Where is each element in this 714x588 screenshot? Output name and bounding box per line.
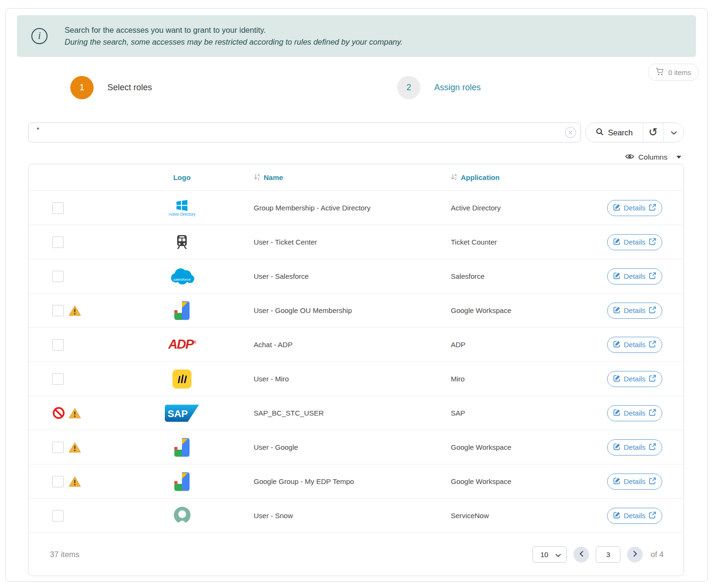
row-checkbox[interactable] (52, 305, 64, 316)
search-input[interactable] (28, 123, 581, 142)
table-header-row: Logo AZ Name AZ Application (29, 164, 684, 190)
external-link-icon (649, 341, 656, 349)
miro-logo (172, 370, 191, 389)
application-name: Google Workspace (451, 477, 607, 485)
table-row: User - Ticket Center Ticket Counter Deta… (29, 225, 684, 259)
step-2-circle: 2 (397, 76, 420, 99)
reset-icon: ↺ (648, 127, 657, 138)
cart-icon (656, 67, 665, 77)
table-row: User - Google OU Membership Google Works… (29, 293, 684, 327)
search-options-button[interactable] (663, 123, 684, 142)
prev-page-button[interactable] (573, 547, 589, 562)
table-footer: 37 items 10 of 4 (29, 532, 684, 576)
row-checkbox[interactable] (52, 202, 64, 214)
external-link-icon (649, 204, 656, 212)
forbidden-icon (52, 407, 65, 419)
external-link-icon (649, 477, 656, 486)
google-workspace-logo (174, 438, 190, 457)
edit-icon (613, 238, 620, 247)
table-row: User - Snow ServiceNow Details (29, 498, 684, 532)
row-checkbox[interactable] (52, 442, 64, 453)
details-button[interactable]: Details (607, 268, 662, 285)
details-button[interactable]: Details (607, 234, 662, 250)
columns-toggle[interactable]: Columns (625, 152, 684, 162)
caret-down-icon (676, 156, 681, 159)
banner-line1: Search for the accesses you want to gran… (65, 24, 402, 36)
eye-icon (625, 153, 634, 161)
role-name: User - Ticket Center (254, 238, 451, 246)
role-name: User - Google (254, 443, 451, 451)
row-checkbox[interactable] (52, 339, 64, 351)
application-name: Salesforce (451, 272, 607, 280)
svg-text:salesforce: salesforce (173, 277, 191, 282)
row-checkbox[interactable] (52, 237, 64, 248)
banner-line2: During the search, some accesses may be … (65, 36, 402, 48)
edit-icon (613, 375, 620, 383)
details-button[interactable]: Details (607, 439, 662, 455)
role-name: User - Salesforce (254, 272, 451, 280)
svg-text:Z: Z (455, 177, 457, 180)
cart-button[interactable]: 0 items (648, 64, 699, 81)
page-size-select[interactable]: 10 (533, 546, 567, 563)
table-row: User - Miro Miro Details (29, 361, 684, 396)
step-2-label: Assign roles (434, 83, 481, 93)
application-name: Google Workspace (451, 306, 607, 314)
details-button[interactable]: Details (607, 405, 662, 421)
edit-icon (613, 443, 620, 452)
next-page-button[interactable] (627, 547, 643, 562)
search-bar: Search ↺ (28, 123, 684, 142)
row-checkbox[interactable] (52, 373, 64, 385)
edit-icon (613, 272, 620, 281)
step-indicator: 1 Select roles 2 Assign roles 0 items (17, 70, 696, 105)
application-name: ServiceNow (451, 512, 607, 520)
row-checkbox[interactable] (52, 476, 64, 487)
roles-table: Logo AZ Name AZ Application Active Direc… (28, 164, 684, 576)
details-button[interactable]: Details (607, 474, 662, 490)
edit-icon (613, 341, 620, 349)
google-workspace-logo (174, 301, 190, 320)
details-button[interactable]: Details (607, 200, 662, 216)
info-banner: i Search for the accesses you want to gr… (17, 15, 696, 57)
edit-icon (613, 477, 620, 486)
page-total: of 4 (650, 550, 664, 559)
cart-count: 0 items (668, 68, 691, 76)
sap-logo: SAP (164, 405, 200, 422)
warning-icon (68, 408, 81, 419)
salesforce-logo: salesforce (168, 266, 196, 286)
step-select-roles: 1 Select roles (70, 76, 152, 99)
application-name: Active Directory (451, 204, 607, 212)
search-button[interactable]: Search (586, 123, 643, 142)
table-row: SAP SAP_BC_STC_USER SAP Details (29, 396, 684, 430)
role-name: Google Group - My EDP Tempo (254, 477, 451, 485)
external-link-icon (649, 272, 656, 281)
sort-icon: AZ (451, 173, 458, 182)
application-name: ADP (451, 341, 607, 349)
edit-icon (613, 306, 620, 315)
external-link-icon (649, 409, 656, 417)
row-checkbox[interactable] (52, 271, 64, 282)
page-input[interactable] (596, 546, 620, 563)
column-header-logo: Logo (83, 173, 254, 181)
details-button[interactable]: Details (607, 303, 662, 319)
svg-text:A: A (455, 173, 457, 177)
column-header-application[interactable]: AZ Application (451, 173, 607, 182)
table-row: User - Google Google Workspace Details (29, 430, 684, 464)
column-header-name[interactable]: AZ Name (254, 173, 451, 182)
step-assign-roles[interactable]: 2 Assign roles (397, 76, 481, 99)
warning-icon (68, 442, 81, 453)
chevron-left-icon (580, 551, 583, 558)
external-link-icon (649, 238, 656, 247)
warning-icon (68, 476, 81, 487)
details-button[interactable]: Details (607, 337, 662, 353)
edit-icon (613, 409, 620, 417)
details-button[interactable]: Details (607, 508, 662, 524)
clear-search-icon[interactable] (564, 126, 577, 139)
svg-text:A: A (257, 173, 260, 177)
adp-logo: ADP® (168, 338, 196, 351)
table-row: ADP® Achat - ADP ADP Details (29, 327, 684, 361)
table-row: Active Directory Group Membership - Acti… (29, 190, 684, 225)
reset-button[interactable]: ↺ (643, 123, 663, 142)
svg-text:SAP: SAP (168, 408, 188, 418)
details-button[interactable]: Details (607, 371, 662, 387)
row-checkbox[interactable] (52, 510, 64, 522)
